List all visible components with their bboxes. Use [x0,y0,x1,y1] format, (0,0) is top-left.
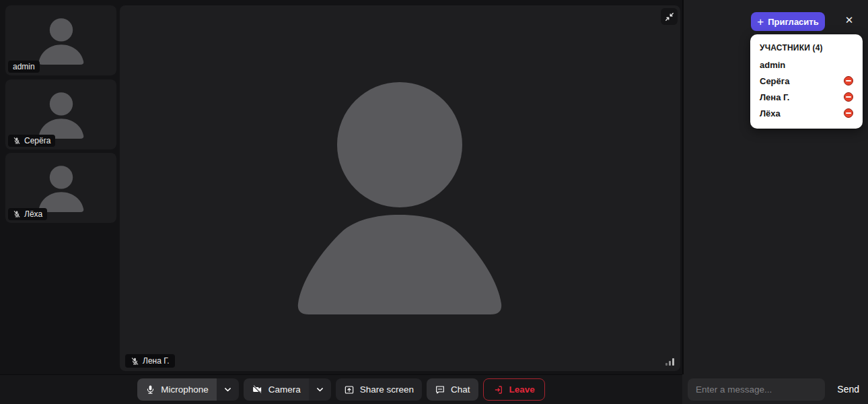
remove-participant-icon[interactable] [844,76,853,86]
chevron-down-icon [316,385,324,394]
participant-tile-admin[interactable]: admin [5,5,116,75]
speaker-name-label: Лена Г. [143,356,170,366]
camera-button[interactable]: Camera [244,378,309,401]
participant-row: Лёха [760,108,853,118]
microphone-label: Microphone [161,384,209,395]
share-screen-button[interactable]: Share screen [336,378,422,401]
mic-off-icon [131,357,139,366]
tile-name-label: Серёга [24,136,50,145]
collapse-icon [665,12,674,22]
participant-name: admin [760,60,785,70]
mic-off-icon [13,210,21,218]
avatar [28,164,95,212]
avatar [28,90,95,139]
avatar [28,16,95,65]
leave-label: Leave [509,384,535,395]
participant-tile-serega[interactable]: Серёга [5,79,116,149]
send-button[interactable]: Send [837,384,859,395]
participant-row: admin [760,60,853,69]
chat-icon [435,384,445,395]
participant-name: Серёга [760,76,789,86]
collapse-view-button[interactable] [661,8,678,25]
chat-button[interactable]: Chat [427,378,478,401]
speaker-avatar [289,77,511,316]
microphone-icon [145,384,155,395]
camera-control: Camera [244,378,331,401]
chevron-down-icon [223,385,232,394]
chat-label: Chat [451,384,470,395]
chat-input-row: Send [682,374,868,404]
tile-name-label: admin [13,62,35,71]
close-icon: ✕ [845,14,854,26]
video-call-app: admin Серёга [0,0,868,404]
main-video-stage: Лена Г. [120,5,680,371]
chat-message-input[interactable] [688,378,825,401]
speaker-name-badge: Лена Г. [125,354,175,368]
camera-label: Camera [268,384,301,395]
microphone-control: Microphone [137,378,239,401]
participant-row: Серёга [760,76,853,86]
camera-options-button[interactable] [309,378,331,401]
remove-participant-icon[interactable] [844,92,853,102]
side-panel: + Пригласить ✕ УЧАСТНИКИ (4) admin Серёг… [682,0,868,404]
close-panel-button[interactable]: ✕ [842,13,857,28]
tile-name-badge: admin [8,61,40,73]
invite-button-label: Пригласить [768,17,818,27]
connection-quality-icon [665,358,674,366]
leave-icon [493,384,504,395]
remove-participant-icon[interactable] [844,108,853,118]
microphone-button[interactable]: Microphone [137,378,217,401]
participants-header: УЧАСТНИКИ (4) [760,43,853,53]
participant-row: Лена Г. [760,92,853,102]
participant-name: Лёха [760,108,781,119]
plus-icon: + [757,16,764,28]
tile-name-badge: Серёга [8,135,55,147]
share-screen-label: Share screen [360,384,414,395]
participants-popup: УЧАСТНИКИ (4) admin Серёга Лена Г. Лёха [750,34,863,129]
tile-name-label: Лёха [24,209,42,219]
mic-off-icon [13,137,21,145]
call-controls-toolbar: Microphone Camera [0,374,682,404]
participant-tile-lyoha[interactable]: Лёха [5,153,116,223]
tile-name-badge: Лёха [8,208,47,220]
microphone-options-button[interactable] [217,378,239,401]
share-screen-icon [344,384,355,395]
participant-name: Лена Г. [760,92,789,102]
camera-off-icon [252,384,263,395]
invite-button[interactable]: + Пригласить [751,12,825,31]
leave-button[interactable]: Leave [483,378,545,401]
